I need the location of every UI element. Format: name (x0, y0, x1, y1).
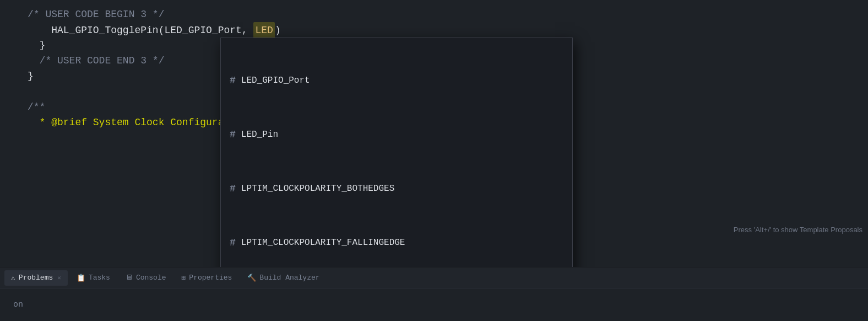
code-text: ) (275, 23, 281, 38)
tab-problems[interactable]: ⚠ Problems ✕ (4, 270, 68, 286)
autocomplete-label: LED_Pin (241, 127, 278, 142)
tab-label: Properties (189, 274, 232, 282)
code-text: /* USER CODE BEGIN 3 */ (28, 7, 164, 22)
tasks-icon: 📋 (77, 274, 85, 282)
tab-label: Problems (19, 274, 53, 282)
tab-properties[interactable]: ⊞ Properties (175, 270, 239, 286)
hash-icon: # (230, 235, 236, 250)
autocomplete-dropdown: # LED_GPIO_Port # LED_Pin # LPTIM_CLOCKP… (220, 38, 573, 267)
hash-icon: # (230, 127, 236, 142)
tab-console[interactable]: 🖥 Console (119, 270, 173, 286)
build-analyzer-icon: 🔨 (247, 274, 256, 282)
bottom-tabbar: ⚠ Problems ✕ 📋 Tasks 🖥 Console ⊞ Propert… (0, 267, 868, 288)
code-container: /* USER CODE BEGIN 3 */ HAL_GPIO_ToggleP… (0, 0, 868, 137)
code-line: /* USER CODE BEGIN 3 */ (0, 7, 868, 22)
autocomplete-label: LPTIM_CLOCKPOLARITY_FALLINGEDGE (241, 235, 405, 250)
code-text: } (28, 68, 34, 84)
tab-build-analyzer[interactable]: 🔨 Build Analyzer (241, 270, 326, 286)
code-text: } (28, 38, 45, 53)
code-text: * @brief System Clock Configuration (28, 115, 248, 130)
console-icon: 🖥 (126, 274, 133, 282)
autocomplete-label: LED_GPIO_Port (241, 73, 310, 88)
bottom-panel: on (0, 288, 868, 321)
autocomplete-hint: Press 'Alt+/' to show Template Proposals (734, 226, 862, 234)
tab-close-icon[interactable]: ✕ (57, 274, 61, 281)
tab-label: Build Analyzer (259, 274, 319, 282)
autocomplete-item-3[interactable]: # LPTIM_CLOCKPOLARITY_FALLINGEDGE (221, 231, 572, 254)
code-line: HAL_GPIO_TogglePin(LED_GPIO_Port, LED ) … (0, 22, 868, 38)
hash-icon: # (230, 73, 236, 88)
code-text: /** (28, 99, 45, 115)
tab-tasks[interactable]: 📋 Tasks (70, 270, 117, 286)
autocomplete-label: LPTIM_CLOCKPOLARITY_BOTHEDGES (241, 181, 394, 196)
code-text: HAL_GPIO_TogglePin(LED_GPIO_Port, (28, 23, 253, 38)
tab-label: Tasks (89, 274, 110, 282)
properties-icon: ⊞ (182, 274, 186, 282)
hash-icon: # (230, 181, 236, 196)
bottom-panel-text: on (13, 300, 23, 309)
tab-label: Console (136, 274, 166, 282)
editor-area: /* USER CODE BEGIN 3 */ HAL_GPIO_ToggleP… (0, 0, 868, 267)
autocomplete-item-2[interactable]: # LPTIM_CLOCKPOLARITY_BOTHEDGES (221, 177, 572, 200)
code-text: /* USER CODE END 3 */ (28, 53, 164, 68)
autocomplete-item-1[interactable]: # LED_Pin (221, 123, 572, 146)
highlighted-text: LED (253, 22, 274, 39)
autocomplete-item-0[interactable]: # LED_GPIO_Port (221, 69, 572, 92)
problems-icon: ⚠ (11, 274, 15, 282)
